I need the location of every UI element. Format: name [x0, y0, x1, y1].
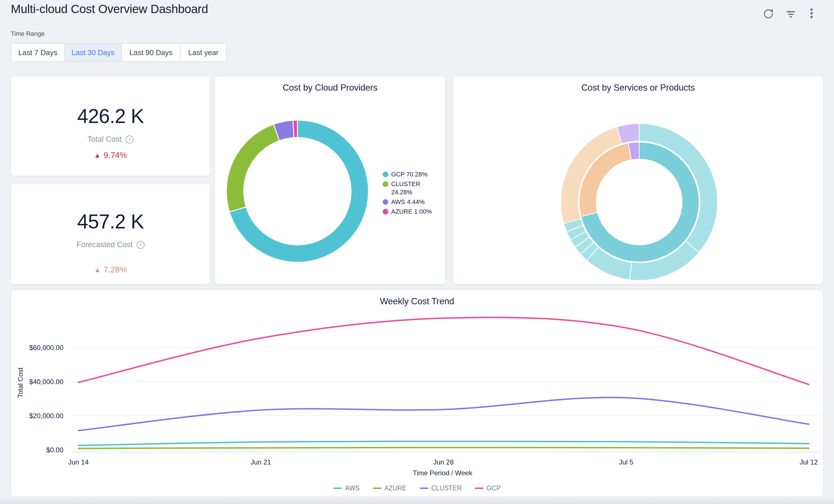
series-line-cluster[interactable]	[79, 397, 809, 431]
total-cost-change: ▲ 9.74%	[94, 151, 127, 160]
total-cost-card: 426.2 K Total Cost i ▲ 9.74%	[11, 76, 210, 176]
triangle-up-icon: ▲	[94, 151, 101, 159]
legend-dot	[382, 181, 388, 187]
series-line-azure[interactable]	[79, 447, 809, 448]
y-tick-label: $0.00	[46, 446, 63, 454]
legend-dot	[382, 172, 388, 177]
forecasted-cost-card: 457.2 K Forecasted Cost i ▲ 7.28%	[11, 184, 210, 284]
kebab-menu-icon	[805, 7, 818, 20]
refresh-button[interactable]	[762, 7, 775, 20]
legend-dash	[333, 487, 342, 489]
legend-label: GCP 70.28%	[391, 170, 436, 178]
x-tick-label: Jun 14	[68, 458, 89, 466]
info-icon[interactable]: i	[126, 135, 133, 144]
weekly-line-chart: $0.00$20,000.00$40,000.00$60,000.00Jun 1…	[11, 290, 823, 496]
time-range-option-last-year[interactable]: Last year	[181, 44, 226, 61]
weekly-cost-trend-card: Weekly Cost Trend $0.00$20,000.00$40,000…	[11, 290, 823, 497]
legend-dash	[420, 487, 428, 489]
triangle-up-icon: ▲	[94, 266, 101, 274]
legend-item-azure[interactable]: AZURE 1.00%	[382, 207, 444, 216]
legend-item-gcp[interactable]: GCP 70.28%	[382, 170, 444, 178]
page-bottom-edge	[0, 497, 834, 504]
total-cost-value: 426.2 K	[77, 105, 144, 128]
weekly-legend: AWSAZURECLUSTERGCP	[333, 484, 501, 492]
donut-slice-cluster[interactable]	[226, 124, 280, 212]
time-range-option-last-30-days[interactable]: Last 30 Days	[65, 44, 122, 61]
y-tick-label: $60,000.00	[29, 344, 63, 351]
weekly-legend-item-aws[interactable]: AWS	[333, 484, 360, 492]
y-axis-title: Total Cost	[17, 354, 25, 411]
donut-slice-azure[interactable]	[293, 120, 298, 137]
legend-dash	[373, 487, 381, 489]
legend-label: AWS	[345, 484, 360, 492]
x-tick-label: Jul 5	[619, 458, 633, 466]
legend-label: CLUSTER	[431, 484, 462, 492]
y-tick-label: $20,000.00	[29, 412, 63, 420]
x-tick-label: Jun 28	[433, 458, 454, 466]
x-tick-label: Jun 21	[250, 458, 271, 466]
providers-legend: GCP 70.28%CLUSTER 24.28%AWS 4.44%AZURE 1…	[382, 170, 444, 217]
page-title: Multi-cloud Cost Overview Dashboard	[11, 2, 208, 16]
legend-label: CLUSTER 24.28%	[391, 180, 436, 196]
legend-label: AWS 4.44%	[391, 198, 436, 206]
forecasted-cost-change: ▲ 7.28%	[94, 265, 127, 275]
x-tick-label: Jul 12	[799, 458, 818, 466]
filter-icon	[785, 7, 797, 20]
filter-button[interactable]	[785, 7, 797, 20]
time-range-option-last-7-days[interactable]: Last 7 Days	[12, 44, 65, 61]
legend-label: AZURE	[384, 484, 407, 492]
legend-dash	[475, 487, 483, 489]
time-range-button-group: Last 7 DaysLast 30 DaysLast 90 DaysLast …	[11, 43, 227, 62]
weekly-legend-item-azure[interactable]: AZURE	[373, 484, 407, 492]
series-line-gcp[interactable]	[79, 317, 809, 385]
time-range-label: Time Range	[11, 30, 45, 38]
cost-by-services-card: Cost by Services or Products	[453, 76, 823, 284]
y-tick-label: $40,000.00	[29, 378, 63, 386]
dashboard: Multi-cloud Cost Overview Dashboard Time…	[0, 0, 834, 504]
weekly-legend-item-gcp[interactable]: GCP	[475, 484, 501, 492]
legend-label: GCP	[487, 484, 501, 492]
legend-item-aws[interactable]: AWS 4.44%	[382, 198, 444, 206]
series-line-aws[interactable]	[79, 441, 809, 445]
time-range-option-last-90-days[interactable]: Last 90 Days	[122, 44, 181, 61]
more-options-button[interactable]	[805, 7, 818, 20]
change-value: 9.74%	[104, 151, 127, 160]
legend-item-cluster[interactable]: CLUSTER 24.28%	[382, 180, 444, 196]
weekly-legend-item-cluster[interactable]: CLUSTER	[420, 484, 462, 492]
total-cost-label: Total Cost	[87, 135, 122, 144]
legend-dot	[382, 199, 388, 205]
services-sunburst-chart	[453, 76, 823, 284]
legend-label: AZURE 1.00%	[391, 207, 436, 216]
refresh-icon	[762, 7, 775, 20]
forecasted-cost-label: Forecasted Cost	[76, 240, 133, 249]
forecasted-cost-value: 457.2 K	[77, 210, 144, 233]
change-value: 7.28%	[104, 265, 127, 275]
legend-dot	[382, 209, 388, 215]
info-icon[interactable]: i	[137, 241, 145, 249]
cost-by-cloud-providers-card: Cost by Cloud Providers GCP 70.28%CLUSTE…	[215, 76, 445, 284]
x-axis-title: Time Period / Week	[386, 469, 499, 477]
